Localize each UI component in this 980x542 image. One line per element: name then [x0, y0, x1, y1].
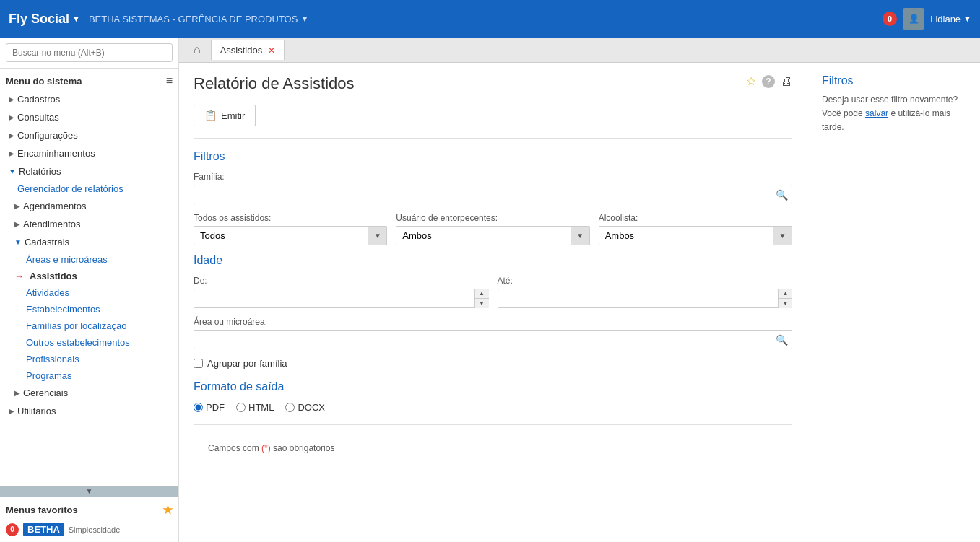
- sidebar-item-profissionais[interactable]: Profissionais: [0, 351, 178, 367]
- sidebar-item-programas[interactable]: Programas: [0, 367, 178, 384]
- agrupar-row: Agrupar por família: [194, 358, 792, 369]
- right-panel-save-link[interactable]: salvar: [865, 108, 888, 118]
- print-icon[interactable]: 🖨: [781, 75, 792, 88]
- ate-decrement-button[interactable]: ▼: [779, 299, 792, 308]
- familia-label: Família:: [194, 172, 792, 182]
- emit-label: Emitir: [221, 110, 245, 121]
- familia-group: Família: 🔍: [194, 172, 792, 204]
- tabs-bar: ⌂ Assistidos ✕: [179, 38, 980, 63]
- sidebar-item-label: Relatórios: [19, 166, 61, 177]
- html-radio[interactable]: [236, 403, 246, 412]
- expand-arrow-icon: ▼: [9, 167, 16, 175]
- agrupar-label: Agrupar por família: [207, 358, 287, 369]
- familia-search-icon[interactable]: 🔍: [776, 189, 788, 201]
- expand-arrow-icon: ▶: [9, 113, 14, 121]
- user-menu[interactable]: Lidiane ▼: [930, 14, 971, 25]
- notification-badge[interactable]: 0: [883, 12, 897, 26]
- favorites-star-icon[interactable]: ★: [162, 503, 173, 517]
- sidebar-item-agendamentos[interactable]: ▶ Agendamentos: [0, 197, 178, 215]
- todos-col: Todos os assistidos: Todos Masculino Fem…: [194, 213, 387, 245]
- sidebar-item-atividades[interactable]: Atividades: [0, 284, 178, 301]
- sidebar-item-label: Cadastros: [17, 94, 60, 105]
- sidebar-item-estabelecimentos[interactable]: Estabelecimentos: [0, 301, 178, 318]
- de-increment-button[interactable]: ▲: [475, 289, 489, 299]
- org-arrow-icon: ▼: [300, 14, 308, 23]
- de-label: De:: [194, 276, 489, 286]
- bottom-divider: [194, 424, 792, 425]
- scroll-down-indicator[interactable]: ▼: [0, 486, 178, 497]
- ate-increment-button[interactable]: ▲: [779, 289, 792, 299]
- tab-assistidos[interactable]: Assistidos ✕: [211, 40, 285, 60]
- familia-input-wrapper: 🔍: [194, 185, 792, 204]
- menu-label: Menu do sistema ≡: [0, 69, 178, 90]
- sidebar-item-label: Famílias por localização: [26, 320, 126, 331]
- home-tab[interactable]: ⌂: [185, 38, 209, 62]
- area-search-icon[interactable]: 🔍: [776, 334, 788, 346]
- menu-lines-icon: ≡: [166, 74, 173, 87]
- sidebar-item-label: Agendamentos: [23, 201, 86, 211]
- entorpecentes-label: Usuário de entorpecentes:: [396, 213, 589, 223]
- tab-close-icon[interactable]: ✕: [268, 45, 275, 56]
- sidebar-item-gerenciador[interactable]: Gerenciador de relatórios: [0, 180, 178, 197]
- docx-radio[interactable]: [285, 403, 295, 412]
- ate-input[interactable]: [498, 289, 793, 308]
- familia-input[interactable]: [194, 185, 792, 204]
- sidebar-item-familias-localizacao[interactable]: Famílias por localização: [0, 318, 178, 334]
- sidebar-item-configuracoes[interactable]: ▶ Configurações: [0, 126, 178, 144]
- ate-input-wrapper: ▲ ▼: [498, 289, 793, 308]
- sidebar-item-label: Assistidos: [30, 271, 77, 281]
- tab-label: Assistidos: [220, 45, 263, 56]
- brand-arrow-icon: ▼: [72, 14, 80, 23]
- sidebar-item-gerenciais[interactable]: ▶ Gerenciais: [0, 384, 178, 402]
- betha-logo: BETHA: [23, 523, 64, 536]
- alcoolista-select[interactable]: Ambos Sim Não: [599, 226, 792, 245]
- footer-text-post: são obrigatórios: [273, 443, 334, 453]
- agrupar-checkbox[interactable]: [194, 359, 203, 368]
- de-input[interactable]: [194, 289, 489, 308]
- sidebar-item-label: Encaminhamentos: [17, 148, 95, 159]
- star-icon[interactable]: ☆: [746, 74, 756, 88]
- sidebar-item-areas-microareas[interactable]: Áreas e microáreas: [0, 251, 178, 268]
- sidebar-item-label: Outros estabelecimentos: [26, 337, 130, 348]
- org-selector[interactable]: BETHA SISTEMAS - GERÊNCIA DE PRODUTOS ▼: [89, 14, 308, 25]
- todos-select[interactable]: Todos Masculino Feminino: [194, 226, 387, 245]
- expand-arrow-icon: ▶: [9, 131, 14, 139]
- de-number-arrows: ▲ ▼: [474, 289, 489, 308]
- sidebar-item-cadastrais[interactable]: ▼ Cadastrais: [0, 233, 178, 251]
- sidebar-item-consultas[interactable]: ▶ Consultas: [0, 108, 178, 126]
- sidebar-item-atendimentos[interactable]: ▶ Atendimentos: [0, 215, 178, 233]
- home-icon: ⌂: [194, 43, 201, 56]
- search-input[interactable]: [6, 43, 173, 62]
- username-text: Lidiane: [930, 14, 961, 25]
- sidebar-item-utilitarios[interactable]: ▶ Utilitários: [0, 402, 178, 420]
- area-input[interactable]: [194, 330, 792, 349]
- entorpecentes-select[interactable]: Ambos Sim Não: [396, 226, 589, 245]
- right-panel: Filtros Deseja usar esse filtro novament…: [807, 74, 966, 530]
- emit-icon: 📋: [204, 110, 217, 121]
- sidebar-item-cadastros[interactable]: ▶ Cadastros: [0, 90, 178, 108]
- de-decrement-button[interactable]: ▼: [475, 299, 489, 308]
- sidebar-item-label: Profissionais: [26, 354, 79, 364]
- sidebar-item-label: Cadastrais: [25, 237, 69, 248]
- emit-button[interactable]: 📋 Emitir: [194, 105, 256, 126]
- output-format-group: PDF HTML DOCX: [194, 402, 792, 413]
- entorpecentes-col: Usuário de entorpecentes: Ambos Sim Não …: [396, 213, 589, 245]
- help-icon[interactable]: ?: [762, 75, 775, 88]
- brand-link[interactable]: Fly Social ▼: [9, 12, 80, 27]
- sidebar-item-encaminhamentos[interactable]: ▶ Encaminhamentos: [0, 144, 178, 162]
- sidebar-item-assistidos[interactable]: Assistidos: [0, 268, 178, 284]
- pdf-radio[interactable]: [194, 403, 203, 412]
- expand-arrow-icon: ▶: [9, 95, 14, 103]
- expand-arrow-icon: ▶: [14, 202, 20, 210]
- selects-row: Todos os assistidos: Todos Masculino Fem…: [194, 213, 792, 245]
- right-panel-title: Filtros: [822, 74, 966, 87]
- sidebar-item-outros-estabelecimentos[interactable]: Outros estabelecimentos: [0, 334, 178, 351]
- todos-label: Todos os assistidos:: [194, 213, 387, 223]
- sidebar-item-relatorios[interactable]: ▼ Relatórios: [0, 162, 178, 180]
- org-text: BETHA SISTEMAS - GERÊNCIA DE PRODUTOS: [89, 14, 298, 25]
- area-input-wrapper: 🔍: [194, 330, 792, 349]
- idade-section-title: Idade: [194, 254, 792, 267]
- expand-arrow-icon: ▶: [14, 389, 20, 397]
- topbar-right: 0 👤 Lidiane ▼: [883, 8, 971, 30]
- radio-docx: DOCX: [285, 402, 325, 413]
